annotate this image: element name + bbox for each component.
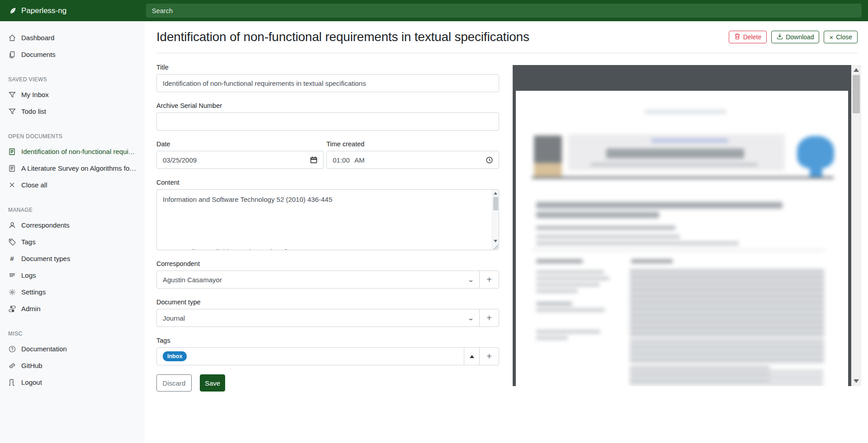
link-icon xyxy=(8,362,16,369)
author-line-blur xyxy=(536,226,675,230)
toggles-icon xyxy=(8,305,16,312)
abstract-text-blur xyxy=(630,269,824,337)
scroll-down-icon[interactable] xyxy=(854,379,859,383)
title-input[interactable] xyxy=(156,74,499,92)
hash-icon: # xyxy=(8,255,16,262)
document-edit-form: Title Archive Serial Number Date 03/25/2… xyxy=(156,53,499,392)
sidebar-close-all[interactable]: Close all xyxy=(0,177,145,193)
affiliation-blur xyxy=(536,242,739,245)
scrollbar-thumb[interactable] xyxy=(493,197,498,210)
file-text-icon xyxy=(8,148,16,155)
question-circle-icon xyxy=(8,345,16,353)
blur-line xyxy=(536,308,605,312)
close-button[interactable]: × Close xyxy=(824,31,858,43)
section-rule xyxy=(532,250,825,251)
affiliation-blur xyxy=(536,235,680,238)
date-label: Date xyxy=(156,140,324,148)
content-scrollbar[interactable] xyxy=(492,190,499,250)
scroll-up-icon[interactable] xyxy=(494,192,497,195)
paperless-app: Paperless-ng Dashboard Documents SAVED V… xyxy=(0,0,868,443)
document-header: Identification of non-functional require… xyxy=(156,21,858,53)
delete-button[interactable]: Delete xyxy=(729,31,767,43)
sidebar-item-todo-list[interactable]: Todo list xyxy=(0,103,145,120)
content-textarea[interactable]: Information and Software Technology 52 (… xyxy=(156,189,499,250)
publisher-logo-blur xyxy=(810,167,822,177)
archive-serial-number-input[interactable] xyxy=(156,112,499,131)
trash-icon xyxy=(734,33,741,41)
chevron-down-icon: ⌄ xyxy=(467,276,474,283)
document-type-label: Document type xyxy=(156,298,499,306)
scrollbar-thumb[interactable] xyxy=(853,75,860,113)
open-documents-header: OPEN DOCUMENTS xyxy=(0,133,145,140)
sidebar-open-document-2[interactable]: A Literature Survey on Algorithms for Mu… xyxy=(0,160,145,177)
misc-header: MISC xyxy=(0,331,145,337)
scroll-up-icon[interactable] xyxy=(854,68,859,72)
caret-up-icon xyxy=(470,355,474,358)
content-label: Content xyxy=(156,179,499,186)
door-logout-icon xyxy=(8,378,16,386)
scroll-down-icon[interactable] xyxy=(494,240,497,242)
date-input[interactable]: 03/25/2009 xyxy=(156,151,324,169)
top-navbar: Paperless-ng xyxy=(0,0,868,21)
brand-label: Paperless-ng xyxy=(21,6,66,15)
download-button[interactable]: Download xyxy=(771,31,819,43)
add-tag-button[interactable]: + xyxy=(480,347,499,365)
tags-dropdown-button[interactable] xyxy=(464,347,480,365)
document-type-select[interactable]: Journal ⌄ xyxy=(156,309,480,327)
blur-line xyxy=(536,302,572,305)
save-button[interactable]: Save xyxy=(200,374,225,392)
sidebar-item-logs[interactable]: Logs xyxy=(0,267,145,284)
resize-grip[interactable] xyxy=(494,245,498,249)
add-document-type-button[interactable]: + xyxy=(480,309,499,327)
blur-line xyxy=(590,163,758,166)
article-title-blur xyxy=(536,212,659,218)
add-correspondent-button[interactable]: + xyxy=(480,270,499,289)
app-brand[interactable]: Paperless-ng xyxy=(8,0,66,21)
correspondent-select[interactable]: Agustin Casamayor ⌄ xyxy=(156,270,480,289)
sidebar-item-documents[interactable]: Documents xyxy=(0,46,145,63)
sidebar-item-dashboard[interactable]: Dashboard xyxy=(0,29,145,46)
leaf-logo-icon xyxy=(8,6,17,15)
abstract-text-blur xyxy=(630,366,770,386)
sidebar-item-github[interactable]: GitHub xyxy=(0,357,145,374)
preview-scrollbar[interactable] xyxy=(851,65,861,386)
title-label: Title xyxy=(156,64,499,71)
time-created-label: Time created xyxy=(326,140,499,148)
document-actions: Delete Download × Close xyxy=(729,31,858,43)
sidebar-item-settings[interactable]: Settings xyxy=(0,284,145,300)
sidebar-item-admin[interactable]: Admin xyxy=(0,300,145,317)
sidebar-item-correspondents[interactable]: Correspondents xyxy=(0,217,145,233)
article-title-blur xyxy=(536,202,783,209)
sidebar-item-tags[interactable]: Tags xyxy=(0,233,145,250)
blur-line xyxy=(536,330,600,333)
calendar-icon[interactable] xyxy=(310,156,317,163)
sidebar-item-logout[interactable]: Logout xyxy=(0,374,145,391)
sidebar-item-documentation[interactable]: Documentation xyxy=(0,340,145,357)
discard-button[interactable]: Discard xyxy=(156,374,192,392)
sidebar-item-my-inbox[interactable]: My Inbox xyxy=(0,86,145,103)
pdf-page xyxy=(516,91,848,386)
sidebar: Dashboard Documents SAVED VIEWS My Inbox… xyxy=(0,21,145,443)
list-lines-icon xyxy=(8,271,16,279)
blur-line xyxy=(536,270,604,274)
person-icon xyxy=(8,221,16,229)
abstract-text-blur xyxy=(770,370,823,386)
file-text-icon xyxy=(8,164,16,172)
gear-icon xyxy=(8,288,16,296)
tags-input[interactable]: Inbox xyxy=(156,347,464,365)
tag-icon xyxy=(8,238,16,246)
clock-icon[interactable] xyxy=(486,157,493,163)
search-input[interactable] xyxy=(146,4,862,18)
correspondent-label: Correspondent xyxy=(156,260,499,267)
column-header-blur xyxy=(631,259,673,263)
close-icon: × xyxy=(829,34,833,41)
tag-badge-inbox[interactable]: Inbox xyxy=(163,351,187,361)
sidebar-item-document-types[interactable]: # Document types xyxy=(0,250,145,267)
blur-line xyxy=(536,289,578,293)
pdf-preview-pane[interactable] xyxy=(513,65,851,386)
sidebar-open-document-1[interactable]: Identification of non-functional require… xyxy=(0,143,145,160)
blur-line xyxy=(645,110,726,114)
time-created-input[interactable]: 01:00 AM xyxy=(326,151,499,169)
pdf-page-content xyxy=(516,91,848,386)
documents-icon xyxy=(8,51,16,58)
